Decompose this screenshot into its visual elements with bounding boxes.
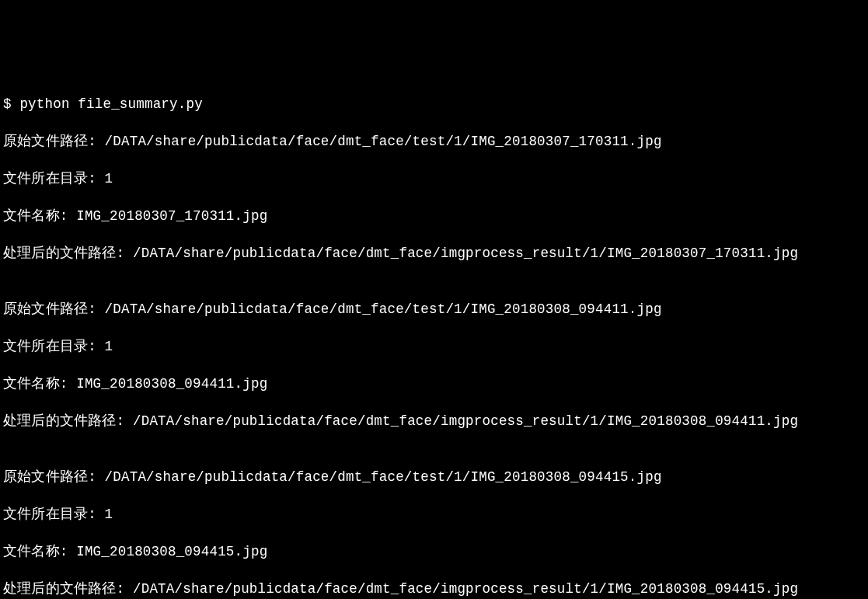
dir-value: 1 — [105, 339, 113, 354]
filename-value: IMG_20180308_094415.jpg — [76, 544, 267, 559]
filename-label: 文件名称: — [3, 208, 76, 224]
orig-path-line: 原始文件路径: /DATA/share/publicdata/face/dmt_… — [3, 468, 865, 486]
orig-path-value: /DATA/share/publicdata/face/dmt_face/tes… — [105, 469, 662, 485]
command-line: $ python file_summary.py — [3, 95, 865, 113]
dir-label: 文件所在目录: — [3, 507, 105, 522]
dir-line: 文件所在目录: 1 — [3, 169, 865, 188]
dir-value: 1 — [105, 171, 113, 186]
dir-label: 文件所在目录: — [3, 339, 105, 354]
orig-path-value: /DATA/share/publicdata/face/dmt_face/tes… — [105, 134, 662, 149]
filename-label: 文件名称: — [3, 544, 76, 559]
output-lines: 原始文件路径: /DATA/share/publicdata/face/dmt_… — [3, 113, 865, 599]
dir-line: 文件所在目录: 1 — [3, 337, 865, 356]
processed-path-line: 处理后的文件路径: /DATA/share/publicdata/face/dm… — [3, 244, 865, 263]
terminal-output[interactable]: $ python file_summary.py 原始文件路径: /DATA/s… — [0, 75, 868, 599]
processed-path-label: 处理后的文件路径: — [3, 413, 133, 429]
filename-line: 文件名称: IMG_20180307_170311.jpg — [3, 207, 865, 225]
processed-path-value: /DATA/share/publicdata/face/dmt_face/img… — [133, 246, 798, 261]
prompt: $ — [3, 96, 19, 112]
orig-path-label: 原始文件路径: — [3, 469, 105, 485]
orig-path-label: 原始文件路径: — [3, 134, 105, 149]
filename-label: 文件名称: — [3, 376, 76, 392]
processed-path-line: 处理后的文件路径: /DATA/share/publicdata/face/dm… — [3, 412, 865, 430]
orig-path-line: 原始文件路径: /DATA/share/publicdata/face/dmt_… — [3, 300, 865, 319]
filename-value: IMG_20180307_170311.jpg — [76, 208, 267, 224]
orig-path-line: 原始文件路径: /DATA/share/publicdata/face/dmt_… — [3, 132, 865, 151]
command-text: python file_summary.py — [19, 96, 202, 112]
dir-value: 1 — [105, 507, 113, 522]
dir-line: 文件所在目录: 1 — [3, 505, 865, 524]
filename-line: 文件名称: IMG_20180308_094411.jpg — [3, 374, 865, 393]
processed-path-value: /DATA/share/publicdata/face/dmt_face/img… — [133, 413, 798, 429]
filename-line: 文件名称: IMG_20180308_094415.jpg — [3, 542, 865, 561]
processed-path-label: 处理后的文件路径: — [3, 581, 133, 597]
processed-path-value: /DATA/share/publicdata/face/dmt_face/img… — [133, 581, 798, 597]
filename-value: IMG_20180308_094411.jpg — [76, 376, 267, 392]
dir-label: 文件所在目录: — [3, 171, 105, 186]
processed-path-label: 处理后的文件路径: — [3, 246, 133, 261]
processed-path-line: 处理后的文件路径: /DATA/share/publicdata/face/dm… — [3, 580, 865, 598]
orig-path-label: 原始文件路径: — [3, 301, 105, 317]
orig-path-value: /DATA/share/publicdata/face/dmt_face/tes… — [105, 301, 662, 317]
